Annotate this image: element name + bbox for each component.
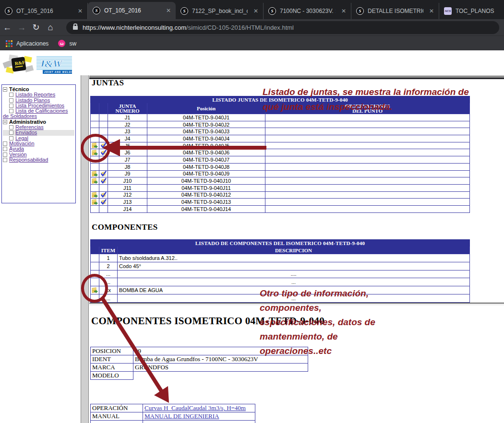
sidebar-item-label[interactable]: Ayuda xyxy=(9,146,24,152)
tab-close-icon[interactable]: ✕ xyxy=(341,8,346,14)
browser-tab[interactable]: S OT_105_2016 ✕ xyxy=(0,3,88,19)
junta-position: 04M-TETD-9-040J12 xyxy=(147,191,265,199)
sidebar-item-label[interactable]: Versión xyxy=(9,152,27,157)
tab-close-icon[interactable]: ✕ xyxy=(166,7,171,14)
apps-grid-icon[interactable] xyxy=(6,40,12,47)
junta-observations xyxy=(265,191,470,199)
apps-label[interactable]: Aplicaciones xyxy=(16,40,48,47)
junta-row: J7 04M-TETD-9-040J7 xyxy=(91,156,470,164)
tree-node-icon[interactable] xyxy=(3,147,7,151)
report-icon[interactable] xyxy=(92,287,98,294)
inspected-check-icon xyxy=(100,192,107,198)
junta-number: J7 xyxy=(108,156,147,164)
document-link[interactable]: Curvas H_CaudalCaudal 3m3/s, H=40m xyxy=(144,404,246,411)
junta-position: 04M-TETD-9-040J11 xyxy=(147,184,265,191)
sidebar-item-label[interactable]: Técnico xyxy=(9,86,29,92)
col-descripcion: DESCRIPCION xyxy=(118,247,470,254)
col-comp-icon xyxy=(91,247,99,254)
spec-label: MARCA xyxy=(91,364,133,372)
report-icon[interactable] xyxy=(92,150,98,156)
tree-node-icon[interactable] xyxy=(3,87,7,92)
junta-position: 04M-TETD-9-040J7 xyxy=(147,156,265,164)
tree-node-icon[interactable] xyxy=(9,93,13,97)
tab-close-icon[interactable]: ✕ xyxy=(253,8,258,14)
lock-icon[interactable] xyxy=(73,26,78,30)
tree-node-icon[interactable] xyxy=(9,109,13,113)
tab-favicon: S xyxy=(5,7,12,15)
browser-tab[interactable]: S 7100NC - 3030623V. : F ✕ xyxy=(264,3,351,19)
tree-node-icon[interactable] xyxy=(9,125,13,129)
tab-title: TOC_PLANOS xyxy=(456,8,504,14)
tree-node-icon[interactable] xyxy=(3,120,7,124)
junta-row: J13 04M-TETD-9-040J13 xyxy=(91,199,470,206)
jw-logo: J&W JOINT AND WELDING xyxy=(36,56,72,74)
sidebar-item-label[interactable]: Motivación xyxy=(9,141,35,146)
browser-tab[interactable]: NCS TOC_PLANOS ✕ xyxy=(439,3,504,19)
junta-number: J1 xyxy=(108,114,147,121)
sidebar-item-label[interactable]: Legal xyxy=(15,135,28,141)
svg-text:J&W: J&W xyxy=(39,58,63,70)
tree-node-icon[interactable] xyxy=(3,158,7,162)
operation-row: MANUAL MANUAL DE INGENIERIA xyxy=(91,412,255,421)
inspected-check-icon xyxy=(100,150,107,156)
sidebar-menu: Técnico Listado Reportes Listado Planos … xyxy=(1,84,76,203)
tab-favicon: S xyxy=(93,7,100,14)
report-icon[interactable] xyxy=(92,199,98,205)
sidebar-item-label[interactable]: Referencias xyxy=(15,124,44,130)
tree-node-icon[interactable] xyxy=(3,141,7,146)
junta-number: J6 xyxy=(108,149,147,156)
junta-observations xyxy=(265,121,470,128)
sidebar-item-label[interactable]: Enviados xyxy=(15,129,37,135)
sidebar-item-label[interactable]: Administrativo xyxy=(9,119,46,125)
report-icon[interactable] xyxy=(92,171,98,177)
home-icon[interactable]: ⌂ xyxy=(43,23,58,33)
tab-favicon: S xyxy=(268,7,276,15)
sidebar-item-label[interactable]: Responsabilidad xyxy=(9,157,48,163)
componentes-heading: COMPONENTES xyxy=(92,223,158,232)
browser-tab[interactable]: S DETALLE ISOMETRICO ✕ xyxy=(351,3,439,19)
junta-position: 04M-TETD-9-040J8 xyxy=(147,163,265,170)
report-icon[interactable] xyxy=(92,178,98,184)
sidebar-item[interactable]: Responsabilidad xyxy=(3,157,74,163)
back-icon[interactable]: ← xyxy=(0,23,14,33)
wamp-bookmark-icon[interactable]: ω xyxy=(58,40,65,47)
tree-node-icon[interactable] xyxy=(9,130,13,135)
sidebar-item[interactable]: Referencias xyxy=(3,125,74,130)
address-bar[interactable]: https://www.nichterleinconsulting.com/si… xyxy=(66,21,499,34)
col-report xyxy=(91,103,99,114)
tab-favicon: S xyxy=(180,7,188,15)
junta-row: J8 04M-TETD-9-040J8 xyxy=(91,163,470,170)
tab-close-icon[interactable]: ✕ xyxy=(429,8,434,14)
junta-row: J10 04M-TETD-9-040J10 xyxy=(91,177,470,185)
junta-number: J13 xyxy=(108,199,147,206)
junta-row: J2 04M-TETD-9-040J2 xyxy=(91,121,470,128)
juntas-heading: JUNTAS xyxy=(92,78,124,88)
tab-close-icon[interactable]: ✕ xyxy=(78,8,83,14)
reload-icon[interactable]: ↻ xyxy=(29,22,43,33)
tree-node-icon[interactable] xyxy=(9,136,13,141)
operation-label: MANUAL xyxy=(91,412,143,421)
sidebar-item[interactable]: Enviados xyxy=(3,130,74,135)
tree-node-icon[interactable] xyxy=(9,98,13,103)
junta-number: J9 xyxy=(108,170,147,177)
sidebar-item-label[interactable]: Listado Reportes xyxy=(15,92,55,97)
annotation-note-componentes: Otro tipo de información, componentes, e… xyxy=(260,286,418,358)
spec-value: GRUNDFOS xyxy=(133,364,308,372)
report-icon[interactable] xyxy=(92,142,98,149)
horizontal-rule-top xyxy=(89,75,504,79)
junta-row: J5 04M-TETD-9-040J5 xyxy=(91,142,470,149)
sidebar-item[interactable]: Lista de Calificaciones de Soldadores xyxy=(3,108,74,119)
forward-icon[interactable]: → xyxy=(14,23,29,33)
junta-observations xyxy=(265,199,470,206)
tree-node-icon[interactable] xyxy=(9,104,13,108)
componente-row: ... ... xyxy=(91,278,470,286)
junta-row: J6 04M-TETD-9-040J6 xyxy=(91,149,470,156)
report-icon[interactable] xyxy=(92,192,98,198)
browser-tab[interactable]: S 7122_SP_book_incl_om ✕ xyxy=(176,3,264,19)
document-link[interactable]: MANUAL DE INGENIERIA xyxy=(144,412,219,420)
sidebar-item-label[interactable]: Lista Procedimientos xyxy=(15,103,64,108)
browser-tab[interactable]: S OT_105_2016 ✕ xyxy=(88,2,176,19)
tree-node-icon[interactable] xyxy=(3,153,7,157)
bookmark-label-sw[interactable]: sw xyxy=(69,40,76,47)
sidebar-item-label[interactable]: Listado Planos xyxy=(15,97,50,103)
